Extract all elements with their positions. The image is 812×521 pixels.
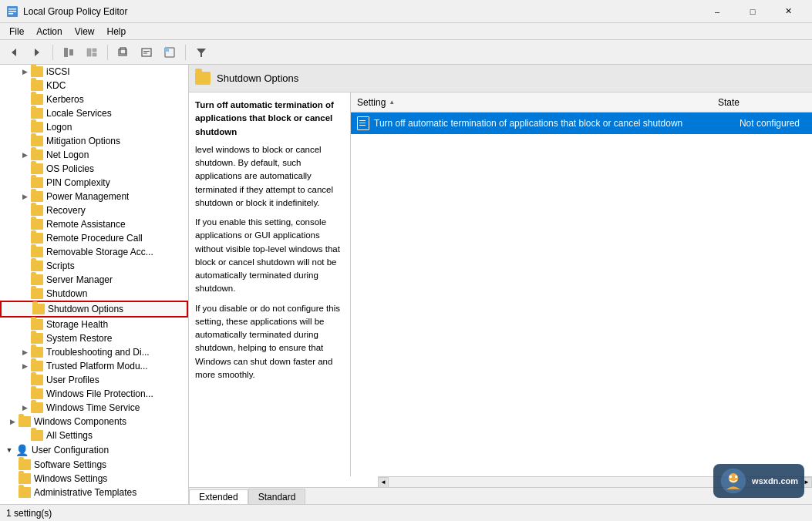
tree-item-scripts[interactable]: Scripts — [0, 259, 188, 273]
menu-file[interactable]: File — [3, 25, 30, 39]
tab-standard[interactable]: Standard — [248, 489, 306, 504]
tree-item-trusted-platform[interactable]: ▶ Trusted Platform Modu... — [0, 359, 188, 373]
tree-item-recovery[interactable]: Recovery — [0, 203, 188, 217]
col-header-setting[interactable]: Setting ▲ — [351, 97, 712, 108]
tree-label-scripts: Scripts — [46, 260, 75, 271]
tree-label-windows-settings: Windows Settings — [34, 473, 107, 484]
right-panel: Shutdown Options Turn off automatic term… — [189, 65, 812, 504]
folder-icon-software-settings — [19, 459, 31, 470]
toolbar-sep-1 — [52, 45, 53, 60]
svg-rect-14 — [143, 51, 150, 52]
menu-help[interactable]: Help — [101, 25, 133, 39]
tree-label-user-config: User Configuration — [32, 445, 109, 455]
back-button[interactable] — [3, 42, 25, 62]
menu-view[interactable]: View — [69, 25, 101, 39]
tree-item-admin-templates[interactable]: Administrative Templates — [0, 486, 188, 499]
tree-label-windows-file: Windows File Protection... — [46, 388, 153, 399]
tree-label-remote-assistance: Remote Assistance — [46, 219, 126, 230]
tree-item-windows-file[interactable]: Windows File Protection... — [0, 387, 188, 401]
minimize-button[interactable]: – — [699, 0, 735, 23]
col-header-state[interactable]: State — [712, 97, 812, 108]
tree-item-troubleshooting[interactable]: ▶ Troubleshooting and Di... — [0, 345, 188, 359]
folder-icon-netlogon — [31, 150, 43, 160]
extend-button[interactable] — [159, 42, 180, 62]
folder-icon-remote-assistance — [31, 219, 43, 230]
tree-item-remote-assistance[interactable]: Remote Assistance — [0, 217, 188, 231]
tree-label-windows-time: Windows Time Service — [46, 402, 140, 413]
tree-arrow-troubleshooting: ▶ — [19, 348, 31, 356]
show-hide-button[interactable] — [58, 42, 79, 62]
tree-arrow-power: ▶ — [19, 193, 31, 200]
tree-item-all-settings[interactable]: All Settings — [0, 429, 188, 442]
tree-panel[interactable]: ▶ iSCSI KDC Kerberos Locale Services Log… — [0, 65, 189, 504]
tree-item-power[interactable]: ▶ Power Management — [0, 190, 188, 203]
tree-label-software-settings: Software Settings — [34, 459, 106, 470]
tree-item-ospolicies[interactable]: OS Policies — [0, 162, 188, 176]
tree-label-power: Power Management — [46, 191, 129, 202]
tree-item-removable[interactable]: Removable Storage Acc... — [0, 245, 188, 259]
maximize-button[interactable]: □ — [735, 0, 770, 23]
toolbar-sep-3 — [185, 45, 186, 60]
settings-list: Turn off automatic termination of applic… — [351, 113, 812, 476]
right-header-title: Shutdown Options — [217, 72, 298, 84]
forward-button[interactable] — [26, 42, 48, 62]
svg-rect-13 — [142, 49, 151, 56]
svg-rect-1 — [8, 8, 16, 10]
tree-item-windows-time[interactable]: ▶ Windows Time Service — [0, 401, 188, 415]
tree-item-system-restore[interactable]: System Restore — [0, 331, 188, 345]
folder-icon-trusted-platform — [31, 361, 43, 371]
svg-rect-10 — [93, 53, 96, 56]
folder-icon-all-settings — [31, 430, 43, 441]
h-scroll-left[interactable]: ◄ — [378, 477, 389, 488]
folder-icon-pin — [31, 177, 43, 188]
filter-button[interactable] — [190, 42, 212, 62]
watermark: wsxdn.com — [713, 464, 804, 498]
tree-item-kerberos[interactable]: Kerberos — [0, 92, 188, 106]
new-tab-button[interactable] — [113, 42, 134, 62]
description-para-2: If you enable this setting, console appl… — [195, 216, 344, 296]
close-button[interactable]: ✕ — [770, 0, 806, 23]
tree-item-windows-components[interactable]: ▶ Windows Components — [0, 415, 188, 429]
window-title: Local Group Policy Editor — [23, 6, 699, 17]
tree-item-shutdown-options[interactable]: Shutdown Options — [0, 301, 188, 318]
tree-button[interactable] — [81, 42, 103, 62]
user-config-icon: 👤 — [15, 444, 29, 456]
properties-button[interactable] — [136, 42, 157, 62]
tab-extended[interactable]: Extended — [189, 489, 248, 504]
tree-item-rpc[interactable]: Remote Procedure Call — [0, 231, 188, 245]
tree-item-storage-health[interactable]: Storage Health — [0, 318, 188, 331]
tree-item-logon[interactable]: Logon — [0, 120, 188, 134]
svg-rect-12 — [120, 48, 126, 54]
window-controls: – □ ✕ — [699, 0, 806, 23]
tree-label-locale: Locale Services — [46, 108, 112, 119]
tree-item-software-settings[interactable]: Software Settings — [0, 458, 188, 472]
toolbar-sep-2 — [107, 45, 108, 60]
menu-action[interactable]: Action — [30, 25, 68, 39]
tree-label-iscsi: iSCSI — [46, 66, 70, 77]
folder-icon-kerberos — [31, 94, 43, 105]
setting-row-auto-termination[interactable]: Turn off automatic termination of applic… — [351, 113, 812, 134]
svg-rect-7 — [69, 49, 73, 55]
tree-item-pin[interactable]: PIN Complexity — [0, 176, 188, 190]
folder-icon-iscsi — [31, 66, 43, 77]
tree-label-all-settings: All Settings — [46, 430, 93, 441]
col-state-label: State — [718, 97, 740, 108]
tree-item-shutdown[interactable]: Shutdown — [0, 287, 188, 301]
tree-item-windows-settings[interactable]: Windows Settings — [0, 472, 188, 486]
folder-icon-shutdown — [31, 288, 43, 299]
tree-item-locale[interactable]: Locale Services — [0, 106, 188, 120]
tree-item-server-manager[interactable]: Server Manager — [0, 273, 188, 287]
tree-item-mitigation[interactable]: Mitigation Options — [0, 134, 188, 148]
tree-item-user-profiles[interactable]: User Profiles — [0, 373, 188, 387]
tree-label-admin-templates: Administrative Templates — [34, 487, 136, 498]
tree-item-user-config[interactable]: ▼ 👤 User Configuration — [0, 442, 188, 458]
folder-icon-scripts — [31, 260, 43, 271]
tree-item-kdc[interactable]: KDC — [0, 79, 188, 92]
tree-item-netlogon[interactable]: ▶ Net Logon — [0, 148, 188, 162]
folder-icon-logon — [31, 122, 43, 133]
folder-icon-troubleshooting — [31, 347, 43, 358]
folder-icon-ospolicies — [31, 163, 43, 174]
tree-label-server-manager: Server Manager — [46, 274, 113, 285]
svg-point-22 — [735, 476, 738, 479]
tree-item-iscsi[interactable]: ▶ iSCSI — [0, 65, 188, 79]
